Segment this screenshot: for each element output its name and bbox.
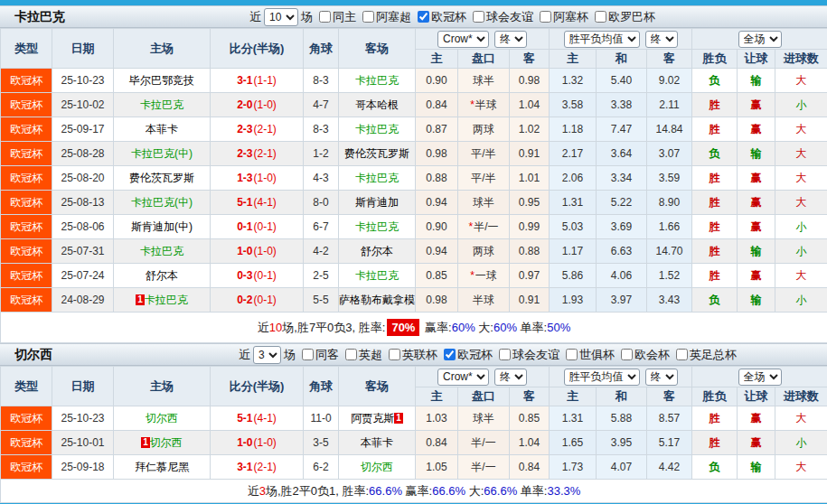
away-team-cell: 卡拉巴克 xyxy=(339,69,416,93)
outcome-cell: 胜 xyxy=(692,215,738,239)
odds-company-select[interactable]: Crow* xyxy=(437,31,489,48)
filter-checkbox[interactable] xyxy=(319,11,331,23)
away-team-cell: 舒尔本 xyxy=(339,239,416,264)
col-header: 客场 xyxy=(339,367,416,406)
corners-cell: 8-3 xyxy=(304,69,339,93)
goals-result-cell: 小 xyxy=(775,431,827,455)
avg-draw-cell: 3.97 xyxy=(597,288,647,313)
col-header: 日期 xyxy=(52,367,114,406)
odds-home-cell: 1.05 xyxy=(416,455,458,480)
avg-stage-select[interactable]: 终 xyxy=(645,369,678,386)
scope-select[interactable]: 全场 xyxy=(738,31,782,48)
team-name: 卡拉巴克 xyxy=(140,98,183,111)
filter-checkbox[interactable] xyxy=(473,11,484,23)
outcome-cell: 负 xyxy=(692,69,738,93)
odds-home-cell: 0.85 xyxy=(416,264,458,288)
halftime-score: (1-0) xyxy=(254,98,277,111)
filter-checkbox[interactable] xyxy=(499,349,511,360)
section-header: 切尔西 近3场同客英超英联杯欧冠杯球会友谊世俱杯欧会杯英足总杯 xyxy=(0,343,827,366)
filter-controls: 近10场同主阿塞超欧冠杯球会友谊阿塞杯欧罗巴杯 xyxy=(249,8,655,26)
filter-checkbox[interactable] xyxy=(621,349,633,360)
odds-away-cell: 0.98 xyxy=(510,69,550,93)
score-cell: 3-1(2-1) xyxy=(211,455,304,480)
win-rate-badge: 70% xyxy=(387,319,419,336)
filter-item-1: 阿塞超 xyxy=(356,9,411,25)
home-team-cell: 1卡拉巴克 xyxy=(114,288,211,313)
filter-label: 英联杯 xyxy=(402,347,437,363)
sub-col-header: 盘口 xyxy=(458,50,510,69)
filter-item-4: 阿塞杯 xyxy=(533,9,588,25)
avg-stage-select[interactable]: 终 xyxy=(645,31,678,48)
scope-select[interactable]: 全场 xyxy=(738,369,782,386)
sub-col-header: 胜负 xyxy=(692,387,738,406)
red-card-badge: 1 xyxy=(394,413,403,424)
section-chelsea: 切尔西 近3场同客英超英联杯欧冠杯球会友谊世俱杯欧会杯英足总杯 类型日期主场比分… xyxy=(0,343,827,503)
sub-col-header: 胜负 xyxy=(692,50,738,69)
avg-type-select[interactable]: 胜平负均值 xyxy=(564,31,640,48)
filter-item-1: 英超 xyxy=(339,347,382,363)
halftime-score: (4-1) xyxy=(254,196,277,209)
filter-checkbox[interactable] xyxy=(676,349,688,360)
section-header: 卡拉巴克 近10场同主阿塞超欧冠杯球会友谊阿塞杯欧罗巴杯 xyxy=(0,5,827,28)
result-flag: 负 xyxy=(710,461,720,473)
halftime-score: (0-1) xyxy=(254,220,277,233)
handicap-cell: 球半 xyxy=(458,69,510,93)
team-name: 哥本哈根 xyxy=(355,98,399,111)
odds-away-cell: 1.01 xyxy=(510,166,550,191)
recent-count-select[interactable]: 10 xyxy=(264,8,298,26)
odds-stage-select[interactable]: 终 xyxy=(494,31,527,48)
filter-checkbox[interactable] xyxy=(389,349,400,360)
score-cell: 0-2(0-1) xyxy=(211,288,304,313)
filter-item-5: 世俱杯 xyxy=(559,347,615,363)
sub-col-header: 主 xyxy=(550,387,597,406)
filter-label: 球会友谊 xyxy=(512,347,559,363)
odds-company-select[interactable]: Crow* xyxy=(437,369,489,386)
result-flag: 赢 xyxy=(751,196,762,209)
matches-table: 类型日期主场比分(半场)角球客场Crow*终胜平负均值终全场主盘口客主和客胜负让… xyxy=(0,28,827,343)
filter-item-0: 同客 xyxy=(296,347,339,363)
home-team-cell: 拜仁慕尼黑 xyxy=(114,455,211,480)
filter-checkbox[interactable] xyxy=(345,349,357,360)
filter-checkbox[interactable] xyxy=(362,11,374,23)
odds-away-cell: 0.85 xyxy=(510,406,550,431)
avg-away-cell: 1.66 xyxy=(647,215,692,239)
filter-checkbox[interactable] xyxy=(566,349,578,360)
league-cell: 欧冠杯 xyxy=(1,142,52,166)
league-cell: 欧冠杯 xyxy=(1,69,52,93)
handicap-result-cell: 赢 xyxy=(738,406,775,431)
away-team-cell: 卡拉巴克 xyxy=(339,215,416,239)
team-name: 切尔西 xyxy=(146,412,178,425)
result-flag: 大 xyxy=(796,269,807,282)
filter-label: 同主 xyxy=(333,9,356,25)
filter-checkbox[interactable] xyxy=(444,349,456,360)
recent-count-select[interactable]: 3 xyxy=(253,346,281,364)
filter-checkbox[interactable] xyxy=(302,349,314,360)
filter-label: 欧冠杯 xyxy=(457,347,493,363)
odds-stage-select[interactable]: 终 xyxy=(494,369,527,386)
handicap-result-cell: 输 xyxy=(738,239,775,264)
avg-type-select[interactable]: 胜平负均值 xyxy=(564,369,640,386)
result-flag: 输 xyxy=(751,147,762,160)
team-name: 斯肯迪加(中) xyxy=(131,220,193,233)
filter-checkbox[interactable] xyxy=(418,11,429,23)
summary-stat-label: 大: xyxy=(475,321,493,334)
summary-row: 近3场,胜2平0负1, 胜率:66.6% 赢率:66.6% 大:66.6% 单率… xyxy=(1,480,827,503)
away-team-cell: 哥本哈根 xyxy=(339,93,416,117)
match-row: 欧冠杯25-08-20费伦茨瓦罗斯1-3(1-0)4-3卡拉巴克0.88平/半1… xyxy=(1,166,827,191)
avg-draw-cell: 7.47 xyxy=(597,117,647,142)
outcome-cell: 胜 xyxy=(692,166,738,191)
filter-checkbox[interactable] xyxy=(540,11,551,23)
match-row: 欧冠杯25-07-31卡拉巴克1-0(1-0)4-2舒尔本0.94两球0.881… xyxy=(1,239,827,264)
filter-item-6: 欧会杯 xyxy=(615,347,670,363)
date-cell: 25-08-06 xyxy=(52,215,114,239)
score-cell: 2-3(2-1) xyxy=(211,142,304,166)
result-flag: 赢 xyxy=(751,172,762,184)
corners-cell: 1-2 xyxy=(304,142,339,166)
odds-away-cell: 1.02 xyxy=(510,117,550,142)
sub-col-header: 客 xyxy=(510,50,550,69)
filter-checkbox[interactable] xyxy=(595,11,606,23)
league-cell: 欧冠杯 xyxy=(1,264,52,288)
avg-home-cell: 2.06 xyxy=(550,166,597,191)
avg-draw-cell: 5.22 xyxy=(597,191,647,215)
match-row: 欧冠杯25-10-23切尔西5-1(4-1)11-0阿贾克斯11.03球半0.8… xyxy=(1,406,827,431)
